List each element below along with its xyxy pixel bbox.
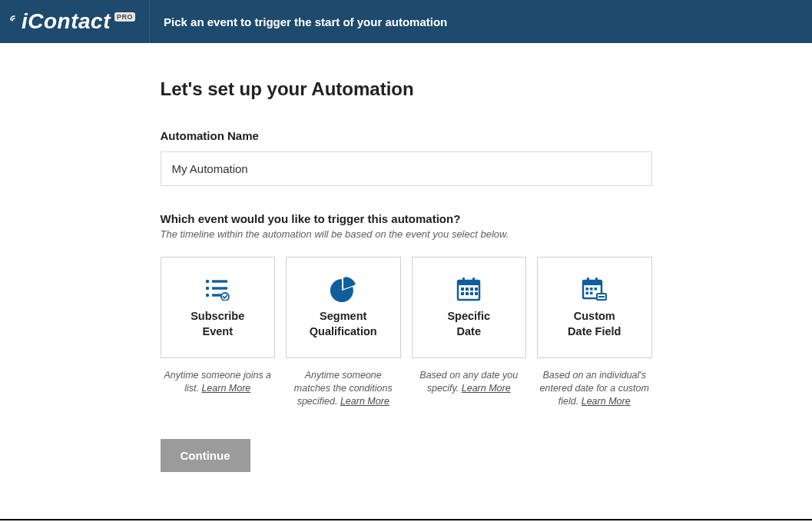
option-title: SubscribeEvent <box>191 309 244 339</box>
learn-more-link[interactable]: Learn More <box>340 396 389 407</box>
svg-rect-1 <box>212 281 227 283</box>
calendar-edit-icon <box>582 275 608 303</box>
svg-rect-13 <box>470 288 473 291</box>
event-hint: The timeline within the automation will … <box>161 228 652 240</box>
learn-more-link[interactable]: Learn More <box>582 396 631 407</box>
brand-logo: iContact PRO <box>0 0 150 43</box>
pie-chart-icon <box>330 275 356 303</box>
svg-rect-26 <box>585 292 588 295</box>
svg-rect-14 <box>475 288 478 291</box>
svg-rect-18 <box>475 292 478 295</box>
option-specific-date[interactable]: SpecificDate <box>412 257 527 358</box>
option-desc-subscribe: Anytime someone joins a list. Learn More <box>161 369 276 408</box>
continue-button[interactable]: Continue <box>161 439 250 472</box>
option-title: CustomDate Field <box>568 309 621 339</box>
svg-rect-17 <box>470 292 473 295</box>
automation-name-label: Automation Name <box>161 129 652 142</box>
svg-point-2 <box>206 287 209 290</box>
automation-name-input[interactable] <box>161 151 652 186</box>
svg-rect-10 <box>472 278 475 283</box>
option-desc-custom-date: Based on an individual's entered date fo… <box>537 369 652 408</box>
brand-name: iContact <box>22 9 111 34</box>
app-header: iContact PRO Pick an event to trigger th… <box>0 0 812 43</box>
svg-rect-15 <box>461 292 464 295</box>
svg-rect-24 <box>590 288 593 291</box>
svg-rect-25 <box>594 288 597 291</box>
option-descriptions: Anytime someone joins a list. Learn More… <box>161 369 652 408</box>
brand-badge: PRO <box>114 12 135 22</box>
svg-rect-11 <box>461 288 464 291</box>
option-segment-qualification[interactable]: SegmentQualification <box>286 257 401 358</box>
option-title: SegmentQualification <box>310 309 377 339</box>
option-custom-date-field[interactable]: CustomDate Field <box>537 257 652 358</box>
svg-point-4 <box>206 294 209 297</box>
svg-rect-16 <box>466 292 469 295</box>
option-subscribe-event[interactable]: SubscribeEvent <box>161 257 276 358</box>
svg-rect-27 <box>590 292 593 295</box>
event-options: SubscribeEvent SegmentQualification <box>161 257 652 358</box>
svg-rect-9 <box>462 278 465 283</box>
option-title: SpecificDate <box>447 309 490 339</box>
option-desc-specific-date: Based on any date you specify. Learn Mor… <box>412 369 527 408</box>
option-desc-segment: Anytime someone matches the conditions s… <box>286 369 401 408</box>
signal-icon <box>9 14 20 29</box>
svg-rect-12 <box>466 288 469 291</box>
calendar-icon <box>456 275 481 303</box>
svg-rect-8 <box>458 281 479 285</box>
list-check-icon <box>204 275 231 303</box>
page-divider <box>0 519 812 520</box>
svg-rect-22 <box>595 278 598 283</box>
learn-more-link[interactable]: Learn More <box>201 383 250 394</box>
svg-rect-21 <box>587 278 589 283</box>
header-subtitle: Pick an event to trigger the start of yo… <box>150 15 447 28</box>
page-title: Let's set up your Automation <box>161 78 652 100</box>
event-prompt: Which event would you like to trigger th… <box>161 212 652 225</box>
learn-more-link[interactable]: Learn More <box>462 383 511 394</box>
svg-rect-3 <box>212 288 227 290</box>
setup-form: Let's set up your Automation Automation … <box>161 78 652 472</box>
svg-point-0 <box>206 280 209 283</box>
svg-rect-20 <box>583 281 602 285</box>
svg-rect-23 <box>585 288 588 291</box>
